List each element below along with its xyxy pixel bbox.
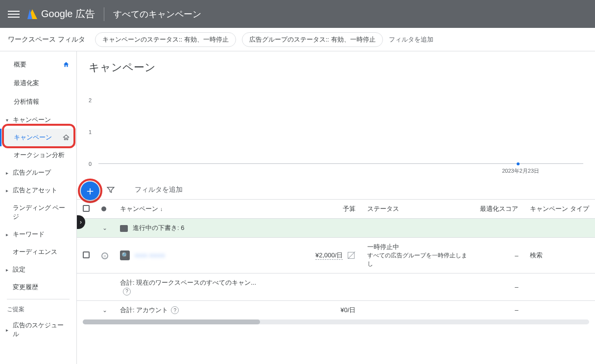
sidebar-group-ads-assets[interactable]: ▸広告とアセット: [0, 182, 76, 199]
filter-chip-adgroup-status[interactable]: 広告グループのステータス:: 有効、一時停止: [242, 32, 383, 47]
opt-score-cell: –: [474, 238, 524, 273]
sidebar-item-optimize[interactable]: 最適化案: [0, 74, 76, 92]
chevron-down-icon[interactable]: ⌄: [95, 219, 114, 238]
table-total-row-workspace: 合計: 現在のワークスペースのすべてのキャン...? –: [77, 273, 595, 301]
row-checkbox[interactable]: [83, 251, 90, 258]
table-add-filter[interactable]: フィルタを追加: [135, 185, 183, 194]
caret-right-icon: ▸: [6, 267, 10, 273]
hamburger-menu-icon[interactable]: [8, 8, 20, 20]
sidebar-section-suggestions: ご提案: [0, 302, 76, 317]
sidebar-item-landing[interactable]: ▸ランディング ページ: [0, 199, 76, 226]
performance-chart: 2 1 0 2023年2月23日: [89, 78, 583, 176]
sidebar-item-campaigns[interactable]: キャンペーン: [0, 129, 76, 146]
sort-desc-icon: ↓: [160, 206, 163, 212]
table-group-row-drafts[interactable]: ⌄ 進行中の下書き: 6: [77, 219, 595, 238]
home-icon: [63, 61, 70, 68]
type-cell: 検索: [524, 238, 595, 273]
google-ads-logo-icon: [27, 9, 37, 19]
sidebar-item-auction[interactable]: オークション分析: [0, 146, 76, 164]
help-icon[interactable]: ?: [171, 306, 179, 314]
chevron-down-icon[interactable]: ⌄: [95, 300, 114, 319]
folder-icon: [120, 225, 128, 232]
sidebar-item-overview[interactable]: 概要: [0, 55, 76, 74]
chart-date-label: 2023年2月23日: [502, 167, 539, 175]
y-axis-tick: 0: [89, 161, 92, 167]
y-axis-tick: 2: [89, 97, 92, 103]
paused-status-icon[interactable]: II: [101, 252, 108, 259]
search-campaign-icon: 🔍: [120, 250, 130, 260]
campaign-name-link[interactable]: xxxx xxxxx: [135, 251, 165, 259]
status-cell: 一時停止中 すべての広告グループを一時停止しまし: [361, 238, 474, 273]
sidebar-group-keywords[interactable]: ▸キーワード: [0, 226, 76, 243]
table-filter-bar: フィルタを追加: [77, 181, 595, 199]
sidebar-label: 概要: [14, 60, 26, 69]
workspace-filter-bar: ワークスペース フィルタ キャンペーンのステータス:: 有効、一時停止 広告グル…: [0, 28, 595, 51]
table-row: II 🔍xxxx xxxxx ¥2,000/日 一時停止中 すべての広告グループ…: [77, 238, 595, 273]
table-header-row: キャンペーン↓ 予算 ステータス 最適化スコア キャンペーン タイプ: [77, 200, 595, 219]
main-panel: › キャンペーン 2 1 0 2023年2月23日 ＋ フィルタを追加 キャンペ…: [77, 51, 595, 364]
col-campaign[interactable]: キャンペーン↓: [114, 200, 263, 219]
divider: [104, 7, 104, 21]
left-sidebar: 概要 最適化案 分析情報 ▾ キャンペーン キャンペーン オークション分析 ▸広…: [0, 51, 77, 364]
caret-right-icon: ▸: [6, 188, 10, 193]
caret-right-icon: ▸: [6, 170, 10, 176]
col-opt-score[interactable]: 最適化スコア: [474, 200, 524, 219]
separator: [7, 299, 70, 299]
brand-logo[interactable]: Google 広告: [27, 7, 95, 21]
add-filter-link[interactable]: フィルタを追加: [389, 35, 433, 44]
select-all-checkbox[interactable]: [83, 205, 90, 212]
sidebar-group-campaigns[interactable]: ▾ キャンペーン: [0, 111, 76, 129]
budget-total: ¥0/日: [263, 300, 361, 319]
header-page-title: すべてのキャンペーン: [113, 8, 201, 20]
col-type[interactable]: キャンペーン タイプ: [524, 200, 595, 219]
chart-data-point: [517, 162, 520, 165]
filter-label: ワークスペース フィルタ: [8, 35, 85, 44]
sidebar-item-audience[interactable]: ▸オーディエンス: [0, 243, 76, 261]
chart-baseline: [98, 163, 583, 164]
col-budget[interactable]: 予算: [263, 200, 361, 219]
filter-funnel-icon[interactable]: [106, 185, 115, 194]
filter-chip-campaign-status[interactable]: キャンペーンのステータス:: 有効、一時停止: [95, 32, 236, 47]
budget-value[interactable]: ¥2,000/日: [315, 251, 343, 260]
caret-down-icon: ▾: [6, 117, 10, 123]
sidebar-item-ad-schedule[interactable]: ▸広告のスケジュール: [0, 317, 76, 343]
caret-right-icon: ▸: [6, 327, 10, 333]
campaigns-table: キャンペーン↓ 予算 ステータス 最適化スコア キャンペーン タイプ ⌄ 進行中…: [77, 199, 595, 319]
sidebar-item-insights[interactable]: 分析情報: [0, 92, 76, 111]
sidebar-item-history[interactable]: ▸変更履歴: [0, 278, 76, 296]
brand-text: Google 広告: [41, 7, 95, 21]
app-header: Google 広告 すべてのキャンペーン: [0, 0, 595, 28]
help-icon[interactable]: ?: [123, 288, 131, 296]
no-image-icon: [347, 251, 356, 260]
fab-highlight-annotation: ＋: [78, 179, 102, 203]
horizontal-scrollbar[interactable]: [83, 319, 589, 324]
home-icon: [63, 134, 70, 141]
caret-right-icon: ▸: [6, 232, 10, 237]
col-status[interactable]: ステータス: [361, 200, 474, 219]
new-campaign-fab[interactable]: ＋: [81, 182, 99, 200]
scrollbar-thumb[interactable]: [83, 319, 260, 324]
table-total-row-account: ⌄ 合計: アカウント? ¥0/日 –: [77, 300, 595, 319]
status-header-icon[interactable]: [101, 206, 106, 211]
page-title: キャンペーン: [77, 51, 595, 78]
sidebar-group-settings[interactable]: ▸設定: [0, 261, 76, 278]
sidebar-group-adgroups[interactable]: ▸広告グループ: [0, 164, 76, 182]
y-axis-tick: 1: [89, 129, 92, 135]
